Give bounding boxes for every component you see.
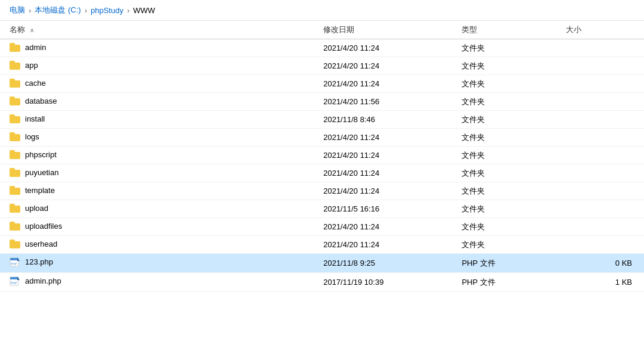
file-type: 文件夹 — [457, 147, 561, 164]
file-name: app — [25, 61, 38, 70]
file-type: PHP 文件 — [457, 254, 561, 273]
folder-icon — [10, 114, 20, 123]
file-type: 文件夹 — [457, 39, 561, 57]
col-type-header[interactable]: 类型 — [457, 21, 561, 39]
file-date: 2021/4/20 11:24 — [318, 57, 457, 75]
table-row[interactable]: cache2021/4/20 11:24文件夹 — [0, 75, 644, 93]
file-name: admin — [25, 43, 46, 52]
file-size — [561, 164, 644, 182]
file-date: 2021/4/20 11:24 — [318, 75, 457, 93]
folder-icon — [10, 96, 20, 105]
col-size-header[interactable]: 大小 — [561, 21, 644, 39]
folder-icon — [10, 42, 20, 52]
file-size: 0 KB — [561, 254, 644, 273]
breadcrumb-phpstudy[interactable]: phpStudy — [91, 6, 123, 15]
folder-icon — [10, 150, 20, 159]
file-type: 文件夹 — [457, 164, 561, 182]
file-date: 2021/4/20 11:24 — [318, 39, 457, 57]
file-size — [561, 147, 644, 164]
breadcrumb-c-drive[interactable]: 本地磁盘 (C:) — [35, 5, 80, 15]
table-row[interactable]: upload2021/11/5 16:16文件夹 — [0, 200, 644, 218]
file-date: 2021/11/8 9:25 — [318, 254, 457, 273]
file-date: 2021/4/20 11:24 — [318, 147, 457, 164]
file-type: 文件夹 — [457, 200, 561, 218]
table-row[interactable]: uploadfiles2021/4/20 11:24文件夹 — [0, 218, 644, 236]
file-date: 2021/4/20 11:24 — [318, 129, 457, 147]
file-name: puyuetian — [25, 168, 58, 177]
folder-icon — [10, 221, 20, 231]
table-row[interactable]: app2021/4/20 11:24文件夹 — [0, 57, 644, 75]
file-size — [561, 129, 644, 147]
file-type: 文件夹 — [457, 75, 561, 93]
file-size — [561, 93, 644, 111]
file-name: logs — [25, 132, 39, 141]
file-size — [561, 111, 644, 129]
breadcrumb-computer[interactable]: 电脑 — [10, 5, 25, 15]
file-type: 文件夹 — [457, 93, 561, 111]
table-row[interactable]: logs2021/4/20 11:24文件夹 — [0, 129, 644, 147]
sort-indicator: ∧ — [30, 27, 34, 33]
php-file-icon: PHP — [10, 257, 20, 266]
folder-icon — [10, 132, 20, 141]
file-size — [561, 39, 644, 57]
file-type: 文件夹 — [457, 57, 561, 75]
file-size — [561, 57, 644, 75]
file-name: admin.php — [25, 276, 61, 285]
table-row[interactable]: database2021/4/20 11:56文件夹 — [0, 93, 644, 111]
breadcrumb-sep-2: › — [85, 6, 87, 15]
breadcrumb: 电脑 › 本地磁盘 (C:) › phpStudy › WWW — [0, 0, 644, 21]
file-type: 文件夹 — [457, 182, 561, 200]
svg-rect-5 — [10, 277, 18, 279]
folder-icon — [10, 239, 20, 248]
folder-icon — [10, 78, 20, 88]
file-date: 2021/4/20 11:24 — [318, 218, 457, 236]
file-size — [561, 200, 644, 218]
file-size — [561, 75, 644, 93]
svg-text:PHP: PHP — [11, 281, 17, 285]
breadcrumb-www: WWW — [133, 6, 155, 15]
file-list: 名称 ∧ 修改日期 类型 大小 admin2021/4/20 11:24文件夹a… — [0, 21, 644, 335]
file-date: 2021/4/20 11:24 — [318, 164, 457, 182]
table-row[interactable]: phpscript2021/4/20 11:24文件夹 — [0, 147, 644, 164]
file-name: install — [25, 114, 45, 123]
table-row[interactable]: PHP 123.php2021/11/8 9:25PHP 文件0 KB — [0, 254, 644, 273]
file-name: cache — [25, 79, 46, 88]
file-name: userhead — [25, 240, 57, 248]
file-date: 2021/4/20 11:56 — [318, 93, 457, 111]
table-row[interactable]: puyuetian2021/4/20 11:24文件夹 — [0, 164, 644, 182]
table-row[interactable]: admin2021/4/20 11:24文件夹 — [0, 39, 644, 57]
table-row[interactable]: userhead2021/4/20 11:24文件夹 — [0, 236, 644, 254]
table-row[interactable]: PHP admin.php2017/11/19 10:39PHP 文件1 KB — [0, 273, 644, 292]
table-row[interactable]: install2021/11/8 8:46文件夹 — [0, 111, 644, 129]
col-name-header[interactable]: 名称 ∧ — [0, 21, 318, 39]
file-name: template — [25, 186, 55, 195]
breadcrumb-sep-3: › — [127, 6, 129, 15]
table-header-row: 名称 ∧ 修改日期 类型 大小 — [0, 21, 644, 39]
folder-icon — [10, 167, 20, 177]
file-date: 2021/4/20 11:24 — [318, 236, 457, 254]
file-size — [561, 218, 644, 236]
file-name: database — [25, 97, 57, 105]
file-date: 2021/11/8 8:46 — [318, 111, 457, 129]
folder-icon — [10, 60, 20, 70]
file-type: 文件夹 — [457, 111, 561, 129]
svg-text:PHP: PHP — [11, 262, 17, 266]
file-date: 2017/11/19 10:39 — [318, 273, 457, 292]
file-type: 文件夹 — [457, 236, 561, 254]
file-size: 1 KB — [561, 273, 644, 292]
file-type: 文件夹 — [457, 218, 561, 236]
file-date: 2021/4/20 11:24 — [318, 182, 457, 200]
file-name: 123.php — [25, 257, 53, 266]
folder-icon — [10, 203, 20, 213]
file-type: 文件夹 — [457, 129, 561, 147]
col-date-header[interactable]: 修改日期 — [318, 21, 457, 39]
php-file-icon: PHP — [10, 276, 20, 285]
breadcrumb-sep-1: › — [29, 6, 31, 15]
file-name: uploadfiles — [25, 222, 62, 231]
file-type: PHP 文件 — [457, 273, 561, 292]
svg-rect-1 — [10, 258, 18, 260]
file-name: upload — [25, 204, 48, 213]
file-size — [561, 182, 644, 200]
file-size — [561, 236, 644, 254]
table-row[interactable]: template2021/4/20 11:24文件夹 — [0, 182, 644, 200]
